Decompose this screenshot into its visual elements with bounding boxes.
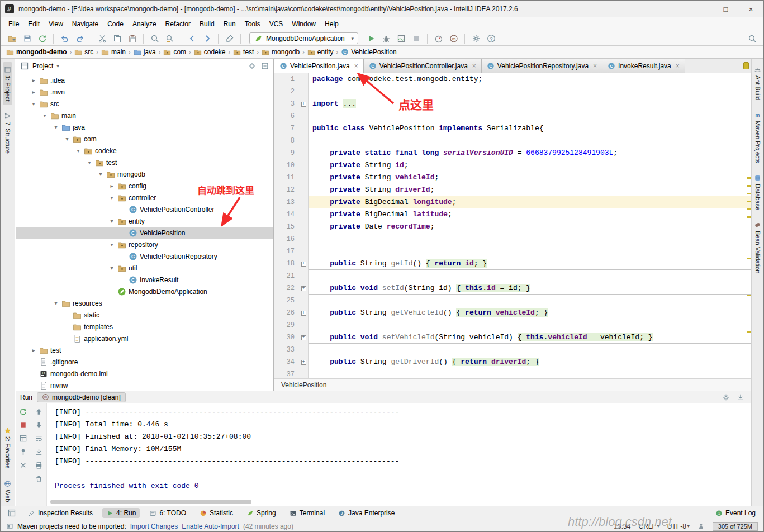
pin-icon[interactable] [19, 448, 27, 456]
chevron-expanded-icon[interactable]: ▾ [108, 241, 115, 248]
toolwindow-button-1-project[interactable]: 1: Project [3, 62, 12, 105]
settings-gear-icon[interactable] [248, 62, 256, 70]
menu-build[interactable]: Build [195, 18, 219, 30]
rerun-icon[interactable] [19, 407, 27, 416]
maven-button[interactable]: m [447, 32, 461, 45]
chevron-down-icon[interactable]: ▾ [56, 63, 59, 69]
fold-expand-icon[interactable]: + [301, 286, 306, 291]
tree-item-static[interactable]: static [16, 309, 273, 321]
editor-tab-vehiclepositioncontroller-java[interactable]: CVehiclePositionController.java× [364, 59, 482, 73]
console-horizontal-scrollbar[interactable] [50, 500, 251, 504]
breadcrumb-com[interactable]: com [162, 48, 187, 56]
chevron-expanded-icon[interactable]: ▾ [30, 101, 37, 107]
code-line[interactable]: 6 [274, 110, 752, 122]
menu-code[interactable]: Code [103, 18, 128, 30]
cut-button[interactable] [95, 32, 109, 45]
profiler-button[interactable] [431, 32, 445, 45]
code-line[interactable]: 11 private String vehicleId; [274, 172, 752, 184]
toolwindow-switcher-icon[interactable] [4, 507, 18, 519]
tree-item-application-yml[interactable]: application.yml [16, 332, 273, 344]
code-line[interactable]: 22+ public void setId(String id) { this.… [274, 282, 752, 294]
tree-item-test[interactable]: ▸test [16, 344, 273, 356]
toolwindow-tab-inspection-results[interactable]: Inspection Results [24, 508, 97, 518]
code-line[interactable]: 13 private BigDecimal longitude; [274, 196, 752, 208]
tree-item-vehiclepositioncontroller[interactable]: CVehiclePositionController [16, 203, 273, 215]
tree-item-com[interactable]: ▾com [16, 133, 273, 145]
breadcrumb-vehicleposition[interactable]: CVehiclePosition [340, 48, 397, 56]
fold-expand-icon[interactable]: + [301, 335, 306, 340]
menu-navigate[interactable]: Navigate [68, 18, 103, 30]
menu-analyze[interactable]: Analyze [128, 18, 161, 30]
code-line[interactable]: 10 private String id; [274, 159, 752, 172]
encoding-widget[interactable]: UTF-8▾ [667, 522, 690, 530]
code-line[interactable]: 33 [274, 344, 752, 356]
print-icon[interactable] [35, 461, 43, 469]
toolwindow-button-database[interactable]: Database [753, 170, 762, 214]
minimize-button[interactable]: – [688, 1, 713, 17]
code-line[interactable]: 25 [274, 294, 752, 307]
run-play-button[interactable] [364, 32, 378, 45]
chevron-collapsed-icon[interactable]: ▸ [30, 77, 37, 83]
toolwindow-button-7-structure[interactable]: 7: Structure [3, 108, 12, 158]
code-line[interactable]: 7public class VehiclePosition implements… [274, 122, 752, 135]
code-line[interactable]: 17 [274, 245, 752, 258]
chevron-collapsed-icon[interactable]: ▸ [30, 347, 37, 353]
toolwindow-button-2-favorites[interactable]: 2: Favorites [3, 423, 12, 472]
copy-button[interactable] [110, 32, 124, 45]
toolwindow-tab-statistic[interactable]: Statistic [196, 508, 237, 518]
replace-button[interactable] [163, 32, 177, 45]
settings-gear-button[interactable] [469, 32, 483, 45]
tree-item-idea[interactable]: ▸.idea [16, 74, 273, 86]
open-folder-button[interactable] [5, 32, 19, 45]
line-separator-widget[interactable]: CRLF▾ [638, 522, 659, 530]
fold-expand-icon[interactable]: + [301, 360, 306, 365]
code-line[interactable]: 1package com.codeke.test.mongodb.entity; [274, 73, 752, 86]
stop-run-icon[interactable] [19, 421, 27, 429]
menu-help[interactable]: Help [320, 18, 343, 30]
enable-auto-import-link[interactable]: Enable Auto-Import [182, 522, 239, 530]
code-line[interactable]: 14 private BigDecimal latitude; [274, 208, 752, 221]
scroll-end-icon[interactable] [35, 448, 43, 456]
code-line[interactable]: 8 [274, 135, 752, 147]
tree-item-java[interactable]: ▾java [16, 121, 273, 133]
chevron-expanded-icon[interactable]: ▾ [97, 171, 104, 177]
close-tab-icon[interactable]: × [676, 62, 680, 70]
menu-run[interactable]: Run [219, 18, 240, 30]
breadcrumb-codeke[interactable]: codeke [193, 48, 227, 56]
code-line[interactable]: 21 [274, 270, 752, 282]
chevron-expanded-icon[interactable]: ▾ [108, 194, 115, 201]
chevron-expanded-icon[interactable]: ▾ [53, 124, 59, 130]
up-icon[interactable] [35, 407, 43, 416]
tree-item-vehicleposition[interactable]: CVehiclePosition [16, 227, 273, 239]
toolwindow-tab-6-todo[interactable]: 6: TODO [145, 508, 190, 518]
settings-gear-icon[interactable] [722, 393, 730, 401]
run-configuration-tab[interactable]: m mongodb-demo [clean] [37, 392, 126, 402]
close-button[interactable]: × [738, 1, 763, 17]
menu-vcs[interactable]: VCS [265, 18, 288, 30]
tree-item-config[interactable]: ▸config [16, 180, 273, 192]
code-line[interactable]: 18+ public String getId() { return id; } [274, 258, 752, 270]
code-editor[interactable]: 1package com.codeke.test.mongodb.entity;… [274, 73, 752, 378]
tree-item-vehiclepositionrepository[interactable]: CVehiclePositionRepository [16, 250, 273, 262]
code-line[interactable]: 26+ public String getVehicleId() { retur… [274, 307, 752, 319]
tree-item-invokeresult[interactable]: CInvokeResult [16, 274, 273, 286]
import-changes-link[interactable]: Import Changes [130, 522, 178, 530]
maximize-button[interactable]: □ [713, 1, 738, 17]
menu-file[interactable]: File [4, 18, 23, 30]
tree-item-repository[interactable]: ▾repository [16, 239, 273, 250]
menu-edit[interactable]: Edit [23, 18, 44, 30]
code-line[interactable]: 12 private String driverId; [274, 184, 752, 196]
toolwindow-tab-4-run[interactable]: 4: Run [102, 508, 140, 518]
breadcrumb-src[interactable]: src [73, 48, 94, 56]
code-line[interactable]: 15 private Date recordTime; [274, 221, 752, 233]
fold-expand-icon[interactable]: + [301, 262, 306, 267]
tree-item-mvnw[interactable]: mvnw [16, 379, 273, 391]
collapse-all-icon[interactable] [261, 62, 269, 70]
code-line[interactable]: 30+ public void setVehicleId(String vehi… [274, 331, 752, 344]
fold-expand-icon[interactable]: + [301, 102, 306, 107]
search-button[interactable] [148, 32, 162, 45]
toolwindow-tab-spring[interactable]: Spring [243, 508, 280, 518]
clear-icon[interactable] [35, 474, 43, 483]
editor-tab-vehiclepositionrepository-java[interactable]: CVehiclePositionRepository.java× [482, 59, 602, 73]
make-button[interactable] [222, 32, 236, 45]
